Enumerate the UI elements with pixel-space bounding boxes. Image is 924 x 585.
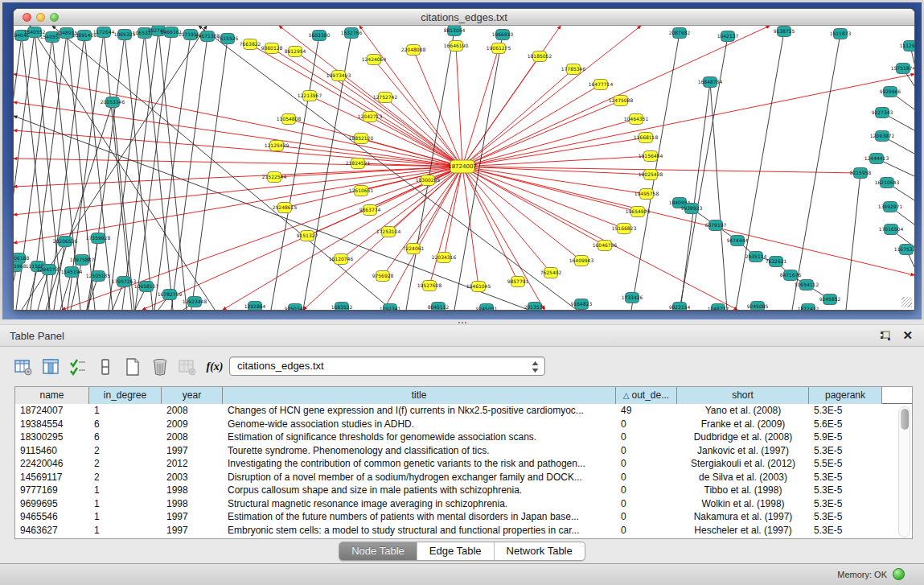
graph-node[interactable]: 7224061: [403, 244, 425, 254]
panel-splitter[interactable]: [0, 319, 924, 325]
graph-edge[interactable]: [462, 119, 636, 167]
graph-node[interactable]: 16477714: [589, 80, 614, 90]
table-settings-icon[interactable]: [11, 356, 35, 378]
graph-node[interactable]: 16782759: [158, 290, 183, 300]
select-columns-icon[interactable]: [39, 356, 63, 378]
graph-edge[interactable]: [736, 31, 784, 310]
graph-edge[interactable]: [14, 102, 462, 167]
graph-edge[interactable]: [680, 36, 728, 310]
column-header[interactable]: △out_de...: [616, 387, 677, 404]
table-row[interactable]: 946362711997Embryonic stem cells: a mode…: [15, 524, 912, 538]
graph-node[interactable]: 16046736: [593, 241, 618, 251]
graph-node[interactable]: 2087682: [669, 28, 691, 39]
graph-node[interactable]: 10025438: [639, 170, 663, 180]
graph-node[interactable]: 9857791: [507, 277, 529, 287]
scrollbar-thumb[interactable]: [901, 409, 909, 430]
graph-node[interactable]: 8215958: [850, 168, 872, 179]
graph-node[interactable]: 11054808: [277, 114, 302, 125]
graph-node[interactable]: 9938923: [681, 204, 703, 214]
graph-edge[interactable]: [303, 167, 462, 310]
graph-edge[interactable]: [462, 101, 621, 167]
table-row[interactable]: 1456911722003Disruption of a novel membe…: [15, 471, 912, 484]
graph-node[interactable]: 12125439: [265, 141, 290, 151]
network-window[interactable]: citations_edges.txt 18724007164610451952…: [13, 8, 915, 311]
graph-node[interactable]: 19654923: [626, 207, 651, 217]
table-row[interactable]: 969969511998Structural magnetic resonanc…: [15, 497, 912, 511]
graph-node[interactable]: 21522544: [262, 172, 287, 183]
graph-node[interactable]: 22034316: [432, 253, 457, 263]
graph-node[interactable]: 1511873: [830, 29, 852, 39]
graph-node[interactable]: 16120746: [329, 254, 354, 265]
column-header[interactable]: title: [223, 387, 616, 404]
graph-node[interactable]: 8471676: [780, 270, 802, 281]
graph-edge[interactable]: [462, 26, 561, 167]
graph-node[interactable]: 9756928: [372, 271, 394, 282]
graph-edge[interactable]: [462, 167, 605, 245]
graph-node[interactable]: 9360128: [261, 43, 283, 54]
graph-node[interactable]: 16461045: [466, 282, 491, 292]
table-row[interactable]: 1938455462009Genome-wide association stu…: [15, 418, 912, 431]
graph-node[interactable]: 1292864: [244, 302, 266, 311]
graph-edge[interactable]: [462, 167, 638, 212]
tab-edge-table[interactable]: Edge Table: [417, 542, 495, 560]
clear-selection-icon[interactable]: [93, 356, 117, 378]
graph-node[interactable]: 17359928: [86, 233, 111, 244]
graph-node[interactable]: 17016504: [879, 225, 904, 235]
graph-node[interactable]: 16646190: [444, 41, 469, 51]
column-header[interactable]: year: [162, 387, 223, 404]
graph-node[interactable]: 8912954: [285, 47, 306, 57]
graph-node[interactable]: 1733426: [622, 293, 643, 303]
graph-edge[interactable]: [125, 35, 153, 310]
graph-edge[interactable]: [462, 167, 624, 229]
graph-node[interactable]: 11675334: [894, 245, 914, 255]
graph-edge[interactable]: [680, 82, 710, 310]
graph-node[interactable]: 18300295: [416, 175, 441, 186]
graph-node[interactable]: 12505185: [86, 271, 111, 282]
column-header[interactable]: short: [677, 387, 809, 404]
graph-node[interactable]: 17253104: [376, 227, 401, 237]
graph-node[interactable]: 9750342: [285, 304, 306, 311]
graph-node[interactable]: 5603380: [309, 31, 331, 41]
combobox-stepper-icon[interactable]: [531, 360, 540, 373]
graph-node[interactable]: 15156404: [639, 151, 663, 162]
new-document-icon[interactable]: [121, 356, 145, 378]
graph-node[interactable]: 3915968: [14, 262, 27, 272]
graph-edge[interactable]: [429, 167, 462, 286]
graph-node[interactable]: 19061275: [487, 43, 511, 54]
network-window-titlebar[interactable]: citations_edges.txt: [14, 9, 914, 26]
function-builder-icon[interactable]: f(x): [203, 356, 227, 378]
graph-node[interactable]: 7663822: [240, 39, 261, 50]
table-row[interactable]: 1872400712008Changes of HCN gene express…: [15, 404, 912, 418]
network-canvas[interactable]: 1872400716461045195276089756928161207469…: [14, 26, 914, 310]
graph-edge[interactable]: [462, 74, 914, 167]
table-row[interactable]: 946554611997Estimation of the future num…: [15, 510, 912, 524]
graph-node[interactable]: 13992971: [878, 202, 903, 212]
table-row[interactable]: 977716911998Corpus callosum shape and si…: [15, 484, 912, 497]
graph-node[interactable]: 12610651: [349, 186, 374, 196]
graph-edge[interactable]: [846, 173, 860, 310]
float-window-button[interactable]: [879, 330, 892, 342]
graph-edge[interactable]: [145, 33, 173, 310]
graph-node[interactable]: 9245051: [476, 304, 498, 311]
column-header[interactable]: name: [15, 387, 89, 404]
graph-node[interactable]: 25248615: [273, 203, 298, 213]
graph-node[interactable]: 16409943: [569, 256, 594, 266]
graph-node[interactable]: 10973493: [326, 71, 351, 81]
graph-edge[interactable]: [374, 60, 462, 167]
graph-node[interactable]: 18724007: [448, 160, 477, 173]
graph-node[interactable]: 12444413: [864, 154, 889, 164]
graph-node[interactable]: 7625402: [540, 268, 562, 278]
graph-node[interactable]: 15166823: [612, 224, 637, 234]
graph-node[interactable]: 10654112: [795, 280, 819, 290]
graph-edge[interactable]: [462, 48, 499, 167]
graph-edge[interactable]: [88, 35, 125, 310]
graph-node[interactable]: 9138725: [774, 27, 795, 37]
graph-node[interactable]: 9329966: [880, 87, 901, 97]
graph-node[interactable]: 9823114: [669, 303, 691, 311]
delete-table-icon[interactable]: [175, 356, 199, 378]
tab-node-table[interactable]: Node Table: [339, 542, 417, 560]
graph-node[interactable]: 9245085: [747, 302, 769, 311]
graph-node[interactable]: 18852120: [349, 134, 374, 144]
graph-node[interactable]: 9474444: [727, 236, 749, 246]
graph-edge[interactable]: [456, 46, 462, 167]
